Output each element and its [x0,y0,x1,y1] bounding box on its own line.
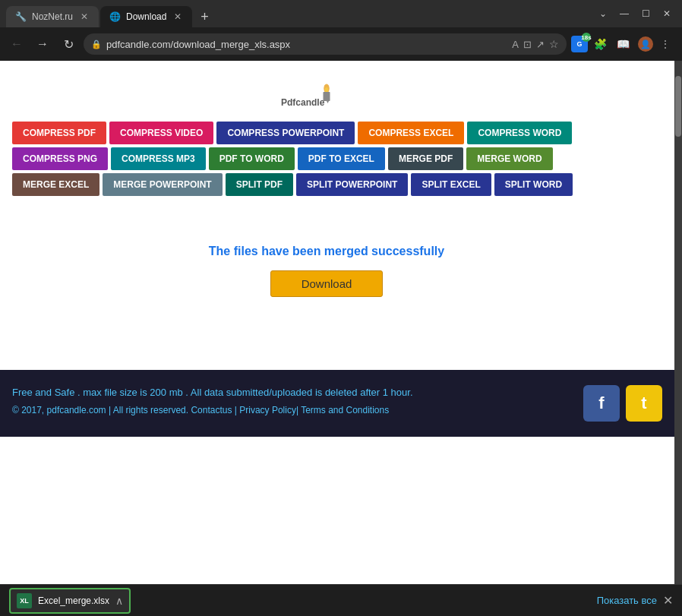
tab-noznet-icon: 🔧 [15,11,26,22]
nav-btn-compress-word[interactable]: COMPRESS WORD [467,122,572,144]
titlebar: 🔧 NozNet.ru ✕ 🌐 Download ✕ + ⌄ — ☐ ✕ [0,0,682,27]
nav-btn-compress-png[interactable]: COMPRESS PNG [12,147,108,170]
tab-download-icon: 🌐 [109,11,120,22]
page-content: Pdfcandle COMPRESS PDFCOMPRESS VIDEOCOMP… [0,61,653,370]
forward-button[interactable]: → [32,33,53,55]
tab-download-label: Download [126,11,166,22]
lock-icon: 🔒 [91,39,102,49]
address-bar[interactable]: 🔒 pdfcandle.com/download_merge_xls.aspx … [84,33,567,55]
minimize-button[interactable]: — [615,5,633,23]
download-button[interactable]: Download [270,270,384,297]
url-text: pdfcandle.com/download_merge_xls.aspx [106,39,507,50]
extensions-button[interactable]: 🧩 [589,33,611,55]
footer-info: Free and Safe . max file size is 200 mb … [12,385,571,401]
statusbar: XL Excel_merge.xlsx ∧ Показать все ✕ [0,584,682,616]
nav-actions: G 18s 🧩 📖 👤 ⋮ [571,33,676,55]
twitter-button[interactable]: t [626,385,662,422]
tab-download[interactable]: 🌐 Download ✕ [100,6,192,27]
tab-noznet[interactable]: 🔧 NozNet.ru ✕ [6,6,99,27]
reading-mode-button[interactable]: 📖 [612,33,633,55]
share-icon: ↗ [536,39,545,50]
tabs-area: 🔧 NozNet.ru ✕ 🌐 Download ✕ + [6,0,588,27]
nav-btn-split-word[interactable]: SPLIT WORD [494,173,573,196]
scrollbar[interactable] [674,61,682,584]
expand-icon[interactable]: ∧ [115,595,123,607]
screenshare-icon: ⊡ [523,39,532,50]
pdfcandle-logo: Pdfcandle [281,81,372,109]
nav-btn-merge-word[interactable]: MERGE WORD [466,147,552,170]
nav-btn-compress-mp3[interactable]: COMPRESS MP3 [111,147,206,170]
download-filename: Excel_merge.xlsx [38,595,109,606]
download-item: XL Excel_merge.xlsx ∧ [9,588,131,614]
social-icons: f t [583,385,662,422]
nav-btn-split-pdf[interactable]: SPLIT PDF [226,173,293,196]
bookmark-icon[interactable]: ☆ [549,38,559,50]
menu-button[interactable]: ⋮ [655,33,676,55]
nav-buttons-area: COMPRESS PDFCOMPRESS VIDEOCOMPRESS POWER… [12,122,641,196]
nav-btn-merge-pdf[interactable]: MERGE PDF [388,147,463,170]
excel-file-icon: XL [17,593,32,608]
scrollbar-thumb[interactable] [675,76,681,137]
chevron-down-button[interactable]: ⌄ [594,5,612,23]
nav-btn-split-excel[interactable]: SPLIT EXCEL [411,173,491,196]
new-tab-button[interactable]: + [194,6,215,27]
translate-icon: A [512,39,519,50]
footer-copyright: © 2017, pdfcandle.com | All rights reser… [12,403,571,418]
nav-btn-merge-excel[interactable]: MERGE EXCEL [12,173,99,196]
nav-btn-split-powerpoint[interactable]: SPLIT POWERPOINT [296,173,408,196]
nav-btn-compress-powerpoint[interactable]: COMPRESS POWERPOINT [216,122,355,144]
nav-btn-compress-pdf[interactable]: COMPRESS PDF [12,122,106,144]
footer-text-area: Free and Safe . max file size is 200 mb … [12,385,571,419]
footer: Free and Safe . max file size is 200 mb … [0,370,674,437]
profile-button[interactable]: 👤 [638,36,653,52]
extension-badge[interactable]: G 18s [571,36,588,52]
success-area: The files have been merged successfully … [12,199,641,358]
window-controls: ⌄ — ☐ ✕ [594,5,676,23]
tab-noznet-close[interactable]: ✕ [79,10,90,24]
back-button[interactable]: ← [6,33,27,55]
badge-number: 18s [582,33,591,42]
show-all-button[interactable]: Показать все [597,595,657,606]
page-area: Pdfcandle COMPRESS PDFCOMPRESS VIDEOCOMP… [0,61,674,584]
tab-download-close[interactable]: ✕ [172,10,183,24]
facebook-button[interactable]: f [583,385,620,422]
navbar: ← → ↻ 🔒 pdfcandle.com/download_merge_xls… [0,27,682,61]
maximize-button[interactable]: ☐ [636,5,655,23]
nav-btn-merge-powerpoint[interactable]: MERGE POWERPOINT [103,173,222,196]
tab-noznet-label: NozNet.ru [32,11,73,22]
logo-area: Pdfcandle [12,73,641,122]
close-button[interactable]: ✕ [658,5,676,23]
statusbar-close-button[interactable]: ✕ [663,593,673,608]
nav-btn-compress-excel[interactable]: COMPRESS EXCEL [358,122,464,144]
nav-btn-pdf-to-word[interactable]: PDF TO WORD [209,147,295,170]
nav-btn-compress-video[interactable]: COMPRESS VIDEO [109,122,213,144]
reload-button[interactable]: ↻ [58,33,79,55]
browser-content: Pdfcandle COMPRESS PDFCOMPRESS VIDEOCOMP… [0,61,682,584]
nav-btn-pdf-to-excel[interactable]: PDF TO EXCEL [298,147,385,170]
success-message: The files have been merged successfully [209,245,444,258]
svg-text:Pdfcandle: Pdfcandle [281,97,325,108]
